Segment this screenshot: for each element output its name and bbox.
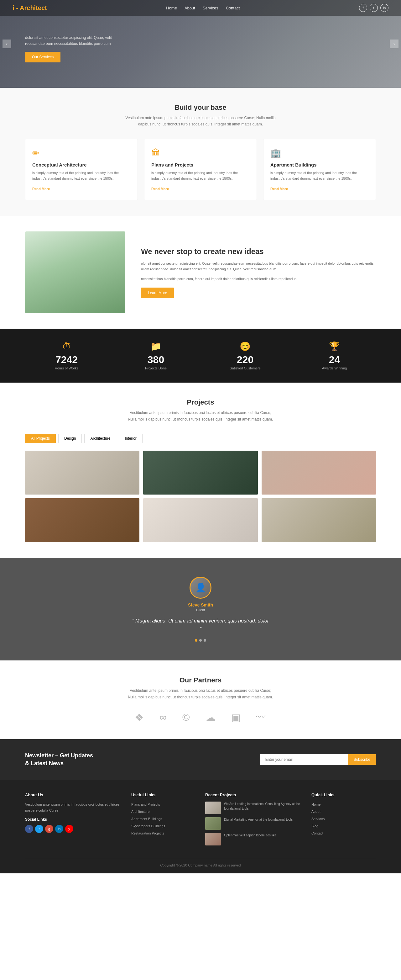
- project-item-4[interactable]: [25, 498, 139, 542]
- hero-prev-button[interactable]: ‹: [3, 40, 11, 48]
- project-item-2[interactable]: [143, 451, 258, 495]
- footer-quick-services[interactable]: Services: [311, 817, 325, 821]
- partners-logos: ❖ ∞ © ☁ ▣ 〰: [25, 711, 376, 724]
- nav-social: f t in: [359, 4, 388, 12]
- newsletter-form: Subscribe: [260, 754, 376, 765]
- footer-social-links: f t g in y: [25, 825, 122, 833]
- footer-useful-links: Useful Links Plans and Projects Architec…: [131, 792, 196, 849]
- filter-design[interactable]: Design: [58, 434, 82, 443]
- recent-proj-text-1: We Are Leading International Consulting …: [224, 802, 302, 811]
- stat-projects: 📁 380 Projects Done: [114, 341, 197, 370]
- filter-interior[interactable]: Interior: [119, 434, 142, 443]
- stat-hours: ⏱ 7242 Hours of Works: [25, 341, 108, 370]
- card-link-0[interactable]: Read More: [32, 187, 50, 191]
- recent-proj-text-2: Digital Marketing Agency at the foundati…: [224, 817, 293, 822]
- partners-subtitle: Vestibulum ante ipsum primis in faucibus…: [125, 687, 276, 700]
- services-cards: ✏ Conceptual Architecture is simply dumm…: [25, 139, 376, 200]
- card-link-2[interactable]: Read More: [270, 187, 288, 191]
- social-facebook[interactable]: f: [359, 4, 367, 12]
- footer-quick-blog[interactable]: Blog: [311, 824, 318, 828]
- partner-logo-4: ☁: [206, 711, 216, 724]
- nav-about[interactable]: About: [184, 6, 195, 10]
- footer-quick-title: Quick Links: [311, 792, 376, 797]
- hourglass-icon: ⏱: [25, 341, 108, 352]
- card-link-1[interactable]: Read More: [151, 187, 169, 191]
- footer: About Us Vestibulum ante ipsum primis in…: [0, 780, 401, 873]
- project-item-3[interactable]: [262, 451, 376, 495]
- footer-quick-list: Home About Services Blog Contact: [311, 802, 376, 835]
- footer-google[interactable]: g: [45, 825, 53, 833]
- ideas-title: We never stop to create new ideas: [141, 247, 376, 256]
- dot-2[interactable]: [199, 639, 202, 642]
- card-icon-pencil: ✏: [32, 148, 131, 158]
- hero-next-button[interactable]: ›: [390, 40, 398, 48]
- site-logo[interactable]: i - Architect: [13, 5, 47, 11]
- filter-architecture[interactable]: Architecture: [84, 434, 116, 443]
- build-base-section: Build your base Vestibulum ante ipsum pr…: [0, 88, 401, 216]
- partner-logo-3: ©: [182, 711, 190, 723]
- partners-section: Our Partners Vestibulum ante ipsum primi…: [0, 660, 401, 739]
- newsletter-subscribe-button[interactable]: Subscribe: [348, 754, 376, 765]
- nav-home[interactable]: Home: [166, 6, 177, 10]
- filter-all[interactable]: All Projects: [25, 434, 56, 443]
- card-text-1: is simply dummy text of the printing and…: [151, 170, 250, 181]
- footer-link-architecture[interactable]: Architecture: [131, 810, 150, 813]
- nav-contact[interactable]: Contact: [226, 6, 240, 10]
- footer-youtube[interactable]: y: [65, 825, 73, 833]
- navigation: i - Architect Home About Services Contac…: [0, 0, 401, 16]
- footer-link-plans[interactable]: Plans and Projects: [131, 802, 160, 806]
- card-text-2: is simply dummy text of the printing and…: [270, 170, 369, 181]
- recent-proj-text-3: Optenmae velit sapien labore eos like: [224, 833, 276, 838]
- card-plans: 🏛 Plans and Projects is simply dummy tex…: [144, 139, 257, 200]
- stat-label-awards: Awards Winning: [293, 366, 376, 370]
- stat-awards: 🏆 24 Awards Winning: [293, 341, 376, 370]
- projects-filter: All Projects Design Architecture Interio…: [25, 434, 376, 443]
- stat-number-awards: 24: [293, 354, 376, 366]
- footer-facebook[interactable]: f: [25, 825, 33, 833]
- footer-link-restauration[interactable]: Restauration Projects: [131, 831, 164, 835]
- footer-linkedin[interactable]: in: [55, 825, 63, 833]
- testimonial-section: 👤 Steve Smith Client " Magna aliqua. Ut …: [0, 558, 401, 660]
- hero-cta-button[interactable]: Our Services: [25, 52, 60, 62]
- footer-quick-about[interactable]: About: [311, 810, 320, 813]
- dot-3[interactable]: [204, 639, 206, 642]
- footer-quick-contact[interactable]: Contact: [311, 831, 323, 835]
- testimonial-dots: [25, 639, 376, 642]
- footer-link-apartments[interactable]: Apartment Buildings: [131, 817, 162, 821]
- testimonial-avatar: 👤: [190, 577, 211, 599]
- stat-label-hours: Hours of Works: [25, 366, 108, 370]
- card-icon-building: 🏢: [270, 148, 369, 158]
- nav-links: Home About Services Contact: [166, 6, 240, 10]
- social-twitter[interactable]: t: [370, 4, 378, 12]
- newsletter-title: Newsletter – Get Updates & Latest News: [25, 752, 94, 767]
- card-text-0: is simply dummy text of the printing and…: [32, 170, 131, 181]
- recent-project-1: We Are Leading International Consulting …: [205, 802, 302, 814]
- trophy-icon: 🏆: [293, 341, 376, 352]
- newsletter-section: Newsletter – Get Updates & Latest News S…: [0, 739, 401, 780]
- project-item-5[interactable]: [143, 498, 258, 542]
- newsletter-email-input[interactable]: [260, 754, 348, 765]
- ideas-text-1: olor sit amet consectetur adipiscing eli…: [141, 261, 376, 272]
- build-base-title: Build your base: [25, 103, 376, 111]
- footer-useful-title: Useful Links: [131, 792, 196, 797]
- footer-quick-links: Quick Links Home About Services Blog Con…: [311, 792, 376, 849]
- footer-twitter[interactable]: t: [35, 825, 43, 833]
- social-instagram[interactable]: in: [380, 4, 388, 12]
- testimonial-role: Client: [25, 608, 376, 612]
- dot-1[interactable]: [195, 639, 197, 642]
- project-item-6[interactable]: [262, 498, 376, 542]
- footer-useful-list: Plans and Projects Architecture Apartmen…: [131, 802, 196, 835]
- ideas-cta-button[interactable]: Learn More: [141, 288, 174, 298]
- footer-link-skyscrapers[interactable]: Skyscrapers Buildings: [131, 824, 165, 828]
- nav-services[interactable]: Services: [203, 6, 218, 10]
- card-title-1: Plans and Projects: [151, 162, 250, 167]
- footer-grid: About Us Vestibulum ante ipsum primis in…: [25, 792, 376, 849]
- stat-number-hours: 7242: [25, 354, 108, 366]
- card-title-2: Apartment Buildings: [270, 162, 369, 167]
- stat-label-customers: Satisfied Customers: [204, 366, 287, 370]
- footer-quick-home[interactable]: Home: [311, 802, 320, 806]
- partner-logo-2: ∞: [160, 711, 166, 723]
- project-item-1[interactable]: [25, 451, 139, 495]
- ideas-text-2: necessitatibus blanditis porro cum, face…: [141, 276, 376, 282]
- footer-about-text: Vestibulum ante ipsum primis in faucibus…: [25, 802, 122, 813]
